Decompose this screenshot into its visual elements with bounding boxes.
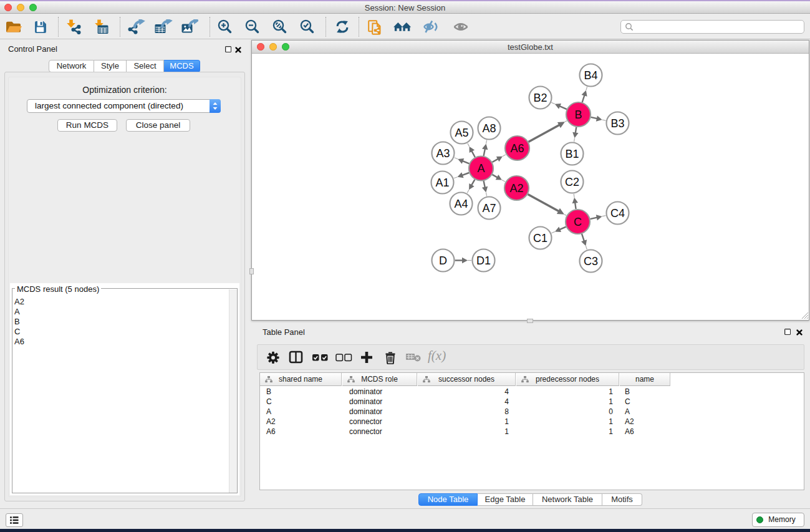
svg-text:B3: B3 — [610, 117, 624, 129]
svg-text:A: A — [477, 162, 485, 175]
svg-text:B1: B1 — [565, 147, 579, 160]
svg-text:C4: C4 — [610, 206, 624, 219]
svg-text:A1: A1 — [435, 176, 449, 188]
svg-text:D: D — [439, 254, 447, 266]
svg-text:A6: A6 — [510, 142, 524, 154]
svg-text:C2: C2 — [564, 175, 579, 188]
svg-text:A4: A4 — [454, 197, 468, 210]
svg-text:C: C — [574, 215, 582, 228]
svg-text:A8: A8 — [482, 122, 496, 134]
svg-text:B4: B4 — [584, 69, 597, 81]
svg-text:D1: D1 — [476, 254, 490, 266]
svg-text:B2: B2 — [533, 91, 547, 104]
svg-text:C1: C1 — [533, 231, 547, 244]
svg-text:B: B — [574, 108, 582, 120]
svg-text:A2: A2 — [509, 181, 523, 194]
svg-text:A7: A7 — [482, 201, 496, 214]
svg-text:A3: A3 — [436, 147, 450, 159]
svg-text:C3: C3 — [583, 254, 597, 267]
svg-text:A5: A5 — [455, 126, 468, 138]
